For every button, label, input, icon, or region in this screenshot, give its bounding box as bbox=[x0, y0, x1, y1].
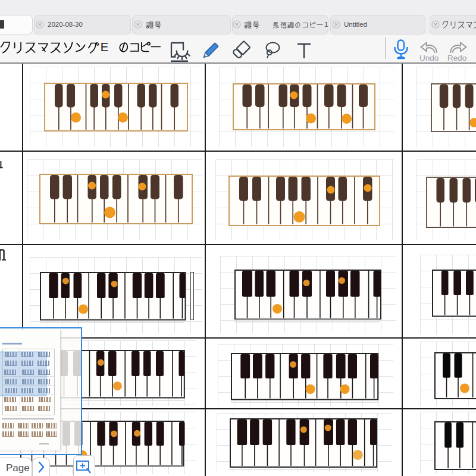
svg-text:E: E bbox=[101, 40, 109, 54]
svg-text:1: 1 bbox=[324, 21, 328, 28]
